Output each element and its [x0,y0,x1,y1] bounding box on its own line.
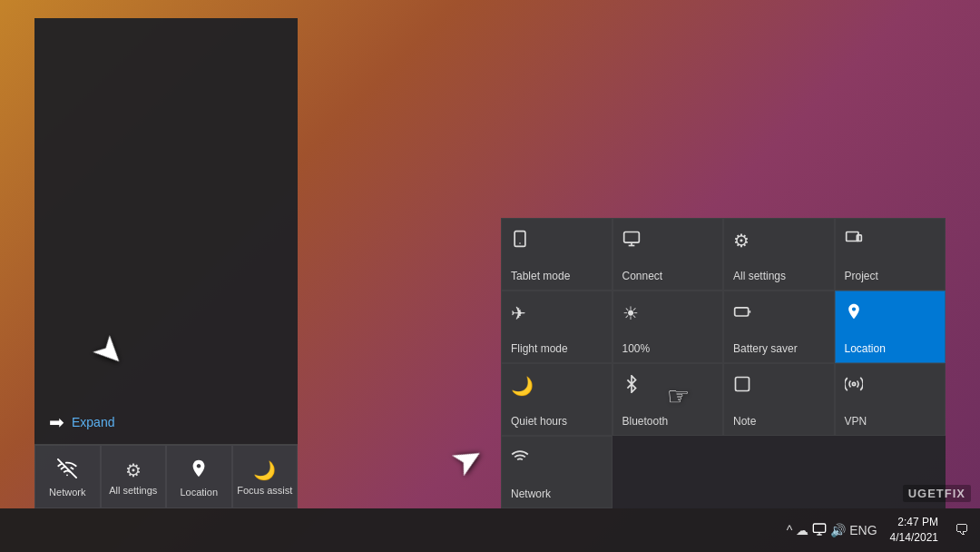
svg-point-1 [519,242,521,244]
tray-icons: ^ ☁ 🔊 ENG [787,522,877,539]
tablet-mode-icon [511,230,529,252]
svg-rect-7 [735,308,749,316]
ac-location-icon [845,302,863,325]
note-icon [733,375,751,398]
ac-battery-saver[interactable]: Battery saver [723,291,835,363]
ac-vpn[interactable]: VPN [835,363,946,436]
taskbar-right: ^ ☁ 🔊 ENG 2:47 PM 4/14/2021 🗨 [787,515,980,546]
location-icon [189,458,209,483]
ac-bluetooth-label: Bluetooth [622,415,669,428]
ac-project-label: Project [845,270,878,282]
ac-tablet-label: Tablet mode [511,270,570,282]
ac-flight-mode[interactable]: ✈ Flight mode [501,291,612,363]
ac-all-settings[interactable]: ⚙ All settings [723,218,835,291]
chevron-up-icon[interactable]: ^ [787,523,793,537]
taskbar: ^ ☁ 🔊 ENG 2:47 PM 4/14/2021 🗨 [0,508,980,552]
qa-location-label: Location [180,487,218,498]
language-indicator[interactable]: ENG [849,523,877,537]
svg-rect-11 [814,524,826,532]
network-icon [57,458,77,483]
notification-button[interactable]: 🗨 [951,522,973,538]
ac-quiet-hours[interactable]: 🌙 Quiet hours [501,363,612,436]
expand-area: ➡ Expand [34,400,298,444]
qa-item-location[interactable]: Location [166,445,232,508]
svg-rect-9 [736,378,750,391]
qa-focus-label: Focus assist [237,485,292,496]
moon-icon: 🌙 [253,459,276,481]
watermark: UGETFIX [903,485,971,502]
ac-vpn-label: VPN [845,415,867,428]
project-icon [845,230,863,252]
action-center: Tablet mode Connect ⚙ All settings Proje… [501,218,946,508]
clock-date: 4/14/2021 [890,530,938,546]
clock-time: 2:47 PM [897,515,938,530]
expand-arrow-icon: ➡ [49,411,64,433]
ac-network-icon [511,448,529,470]
qa-item-all-settings[interactable]: ⚙ All settings [101,445,167,508]
battery-icon [733,302,751,325]
ac-location-label: Location [845,342,886,355]
svg-rect-2 [623,232,639,243]
qa-network-label: Network [49,487,85,498]
volume-icon[interactable]: 🔊 [830,523,846,537]
svg-point-10 [852,382,855,385]
qa-item-focus-assist[interactable]: 🌙 Focus assist [232,445,299,508]
svg-rect-0 [514,232,525,247]
ac-tablet-mode[interactable]: Tablet mode [501,218,612,291]
ac-brightness[interactable]: ☀ 100% [612,291,724,363]
settings-icon: ⚙ [125,459,142,481]
ac-network-label: Network [511,488,551,500]
brightness-icon: ☀ [622,302,639,324]
arrow-pointer-right: ➤ [446,437,489,483]
clock[interactable]: 2:47 PM 4/14/2021 [883,515,946,546]
ac-settings-icon: ⚙ [733,230,750,251]
expand-label[interactable]: Expand [72,415,114,429]
start-panel: ➡ Expand Network ⚙ All settings Location… [34,18,298,508]
ac-location[interactable]: Location [835,291,946,363]
quick-actions-bar: Network ⚙ All settings Location 🌙 Focus … [34,444,298,508]
quiet-hours-icon: 🌙 [511,375,534,397]
ac-connect-label: Connect [622,270,663,282]
flight-icon: ✈ [511,302,526,324]
ac-note[interactable]: Note [723,363,835,436]
ac-flight-label: Flight mode [511,342,568,355]
ac-settings-label: All settings [733,270,786,282]
vpn-icon [845,375,863,398]
ac-network[interactable]: Network [501,436,612,508]
ac-battery-label: Battery saver [733,342,798,355]
ac-note-label: Note [733,415,756,428]
display-icon[interactable] [812,522,827,539]
ac-connect[interactable]: Connect [612,218,724,291]
ac-quiet-label: Quiet hours [511,415,567,428]
ac-brightness-label: 100% [622,342,651,355]
qa-settings-label: All settings [109,485,157,496]
ac-bluetooth[interactable]: Bluetooth [612,363,724,436]
connect-icon [622,230,641,252]
qa-item-network[interactable]: Network [34,445,101,508]
ac-project[interactable]: Project [835,218,946,291]
bluetooth-icon [622,375,641,398]
cloud-icon[interactable]: ☁ [796,523,808,537]
